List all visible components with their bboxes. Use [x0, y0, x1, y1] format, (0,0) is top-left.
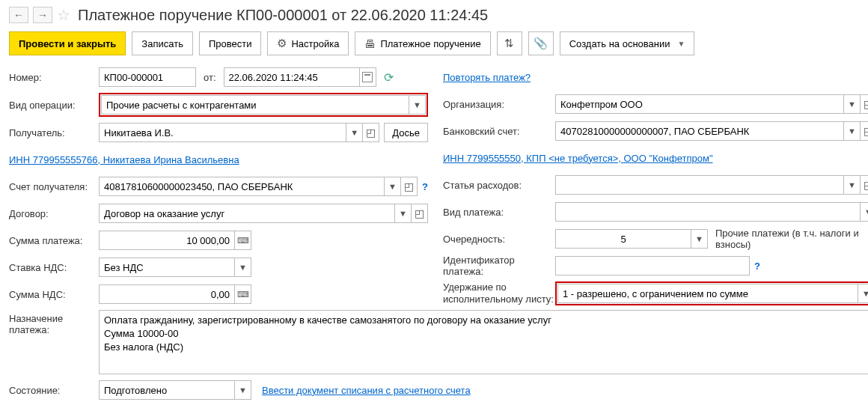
label-enforcement: Удержание по исполнительному листу:: [443, 281, 555, 305]
printer-icon: 🖶: [364, 37, 376, 50]
number-input[interactable]: [99, 67, 196, 87]
state-input[interactable]: [99, 380, 235, 400]
label-number: Номер:: [9, 72, 99, 83]
payment-id-help[interactable]: ?: [754, 261, 760, 272]
label-state: Состояние:: [9, 385, 99, 396]
hierarchy-button[interactable]: ⇅: [497, 31, 522, 55]
label-payment-sum: Сумма платежа:: [9, 235, 99, 246]
operation-type-dropdown[interactable]: ▼: [409, 95, 426, 115]
organization-dropdown[interactable]: ▼: [844, 94, 861, 114]
recipient-account-dropdown[interactable]: ▼: [385, 177, 401, 196]
print-button[interactable]: 🖶 Платежное поручение: [355, 31, 490, 55]
page-title: Платежное поручение КП00-000001 от 22.06…: [78, 7, 488, 24]
nav-back-button[interactable]: ←: [9, 7, 28, 23]
recipient-inn-link[interactable]: ИНН 779955555766, Никитаева Ирина Василь…: [9, 154, 239, 165]
contract-input[interactable]: [99, 204, 395, 223]
label-payment-type: Вид платежа:: [443, 207, 555, 218]
process-close-button[interactable]: Провести и закрыть: [9, 31, 126, 55]
expense-item-dropdown[interactable]: ▼: [844, 175, 861, 195]
state-dropdown[interactable]: ▼: [235, 380, 251, 400]
calendar-button[interactable]: [360, 67, 376, 87]
recipient-account-open[interactable]: ◰: [401, 177, 418, 196]
calendar-icon: [362, 72, 373, 82]
payment-type-input[interactable]: [555, 202, 861, 222]
vat-sum-input[interactable]: [99, 284, 235, 304]
payment-id-input[interactable]: [555, 256, 750, 275]
enforcement-input[interactable]: [557, 284, 858, 303]
payment-sum-calc[interactable]: ⌨: [235, 231, 251, 250]
label-purpose: Назначение платежа:: [9, 310, 99, 335]
recipient-dropdown[interactable]: ▼: [346, 123, 363, 142]
date-input[interactable]: [224, 67, 360, 87]
payment-sum-input[interactable]: [99, 231, 235, 250]
enforcement-group: ▼: [555, 281, 868, 305]
gear-icon: ⚙: [277, 37, 287, 50]
vat-rate-dropdown[interactable]: ▼: [235, 258, 251, 277]
priority-desc: Прочие платежи (в т.ч. налоги и взносы): [715, 228, 868, 250]
label-vat-sum: Сумма НДС:: [9, 289, 99, 300]
label-operation-type: Вид операции:: [9, 100, 99, 111]
recipient-account-help[interactable]: ?: [422, 181, 428, 192]
process-button[interactable]: Провести: [199, 31, 262, 55]
bank-account-open[interactable]: ◰: [861, 121, 868, 141]
payment-type-dropdown[interactable]: ▼: [861, 202, 868, 222]
hierarchy-icon: ⇅: [504, 37, 514, 50]
repeat-payment-link[interactable]: Повторять платеж?: [443, 72, 531, 83]
label-expense-item: Статья расходов:: [443, 180, 555, 191]
favorite-star-icon[interactable]: ☆: [57, 6, 70, 24]
label-date-from: от:: [204, 72, 216, 83]
operation-type-input[interactable]: [101, 95, 409, 115]
vat-sum-calc[interactable]: ⌨: [235, 284, 251, 304]
priority-dropdown[interactable]: ▼: [691, 229, 708, 249]
label-priority: Очередность:: [443, 234, 555, 245]
operation-type-group: ▼: [99, 93, 428, 117]
schedule-icon[interactable]: ⟳: [384, 70, 394, 85]
paperclip-icon: 📎: [534, 37, 548, 50]
expense-item-input[interactable]: [555, 175, 844, 195]
label-recipient-account: Счет получателя:: [9, 181, 99, 192]
vat-rate-input[interactable]: [99, 258, 235, 277]
dossier-button[interactable]: Досье: [384, 123, 428, 142]
label-vat-rate: Ставка НДС:: [9, 262, 99, 273]
contract-dropdown[interactable]: ▼: [395, 204, 412, 223]
priority-input[interactable]: [555, 229, 691, 249]
label-bank-account: Банковский счет:: [443, 126, 555, 137]
label-payment-id: Идентификатор платежа:: [443, 255, 555, 277]
organization-input[interactable]: [555, 94, 844, 114]
label-organization: Организация:: [443, 99, 555, 110]
recipient-account-input[interactable]: [99, 177, 385, 196]
writeoff-link[interactable]: Ввести документ списания с расчетного сч…: [262, 385, 471, 396]
nav-forward-button[interactable]: →: [33, 7, 52, 23]
create-based-button[interactable]: Создать на основании ▼: [560, 31, 695, 55]
contract-open[interactable]: ◰: [412, 204, 428, 223]
attach-button[interactable]: 📎: [528, 31, 554, 55]
chevron-down-icon: ▼: [678, 40, 685, 48]
write-button[interactable]: Записать: [132, 31, 193, 55]
recipient-open[interactable]: ◰: [363, 123, 379, 142]
bank-account-dropdown[interactable]: ▼: [844, 121, 861, 141]
org-inn-link[interactable]: ИНН 7799555550, КПП <не требуется>, ООО …: [443, 153, 713, 164]
purpose-textarea[interactable]: [99, 310, 868, 374]
label-contract: Договор:: [9, 208, 99, 219]
bank-account-input[interactable]: [555, 121, 844, 141]
settings-button[interactable]: ⚙ Настройка: [267, 31, 349, 55]
enforcement-dropdown[interactable]: ▼: [858, 284, 868, 303]
label-recipient: Получатель:: [9, 127, 99, 138]
organization-open[interactable]: ◰: [861, 94, 868, 114]
expense-item-open[interactable]: ◰: [861, 175, 868, 195]
recipient-input[interactable]: [99, 123, 346, 142]
